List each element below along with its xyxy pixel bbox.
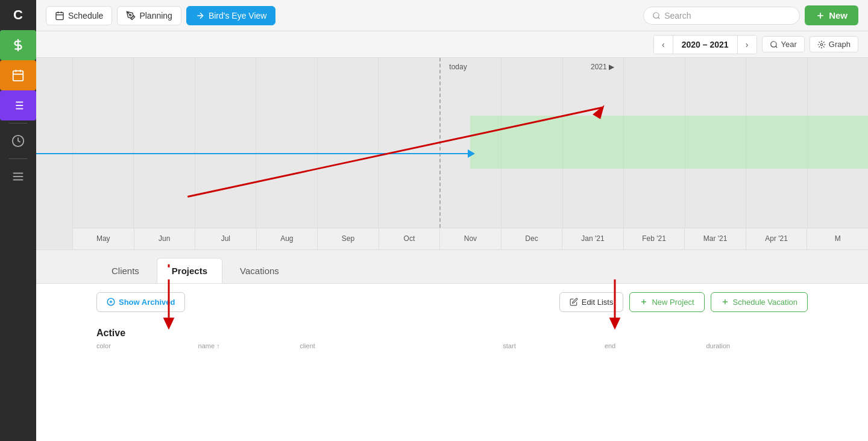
sidebar-divider-2: [9, 158, 27, 159]
today-label: today: [449, 63, 467, 71]
sidebar-item-billing[interactable]: [0, 30, 36, 60]
schedule-vacation-button[interactable]: Schedule Vacation: [711, 292, 808, 312]
svg-line-25: [775, 46, 777, 48]
svg-line-21: [658, 17, 660, 19]
month-dec: Dec: [501, 228, 562, 249]
month-sep: Sep: [317, 228, 379, 249]
planning-nav-btn[interactable]: Planning: [117, 6, 181, 25]
bottom-section: Clients Projects Vacations Show Archived: [36, 249, 868, 442]
grid-cell: [195, 58, 256, 228]
sidebar: C: [0, 0, 36, 441]
sidebar-divider: [9, 123, 27, 124]
month-feb21: Feb '21: [623, 228, 685, 249]
table-header: Active color name ↑ client start end dur…: [36, 321, 868, 352]
timeline-header: ‹ 2020 – 2021 › Year Graph: [36, 31, 868, 58]
month-jul: Jul: [195, 228, 256, 249]
month-apr21: Apr '21: [746, 228, 807, 249]
month-mar21: Mar '21: [684, 228, 746, 249]
tab-clients[interactable]: Clients: [96, 258, 154, 283]
action-bar: Show Archived Edit Lists New Project: [36, 284, 868, 321]
months-row: May Jun Jul Aug Sep Oct Nov Dec Jan '21 …: [72, 228, 868, 249]
svg-point-24: [770, 41, 776, 46]
col-end: end: [605, 342, 706, 349]
tabs-row: Clients Projects Vacations: [36, 250, 868, 284]
col-color: color: [96, 342, 198, 349]
new-project-button[interactable]: New Project: [629, 292, 704, 312]
svg-point-26: [820, 43, 823, 46]
grid-cell: [133, 58, 194, 228]
graph-view-btn[interactable]: Graph: [810, 36, 858, 52]
table-title: Active: [96, 328, 808, 339]
birds-eye-nav-btn[interactable]: Bird's Eye View: [186, 6, 276, 25]
svg-rect-1: [13, 71, 24, 81]
year-navigation: ‹ 2020 – 2021 ›: [653, 35, 757, 54]
schedule-nav-btn[interactable]: Schedule: [46, 6, 112, 25]
month-m: M: [807, 228, 868, 249]
show-archived-button[interactable]: Show Archived: [96, 292, 185, 312]
month-may: May: [72, 228, 134, 249]
svg-rect-15: [56, 12, 63, 19]
top-nav: Schedule Planning Bird's Eye View Sear: [36, 0, 868, 31]
col-name: name ↑: [198, 342, 300, 349]
main-content: Schedule Planning Bird's Eye View Sear: [36, 0, 868, 441]
future-band: [470, 116, 868, 169]
sidebar-item-schedule[interactable]: [0, 60, 36, 90]
month-jun: Jun: [134, 228, 195, 249]
edit-lists-button[interactable]: Edit Lists: [559, 292, 624, 312]
table-columns: color name ↑ client start end duration: [96, 342, 808, 349]
new-button[interactable]: New: [805, 5, 858, 25]
sidebar-logo[interactable]: C: [0, 0, 36, 30]
grid-cell: [256, 58, 316, 228]
sidebar-item-projects[interactable]: [0, 90, 36, 120]
svg-point-20: [653, 12, 659, 17]
year-view-btn[interactable]: Year: [762, 36, 805, 52]
month-jan21: Jan '21: [562, 228, 623, 249]
next-year-btn[interactable]: ›: [737, 36, 756, 54]
grid-cell: [317, 58, 378, 228]
month-nov: Nov: [439, 228, 501, 249]
today-line: [36, 153, 470, 154]
svg-point-19: [130, 14, 131, 16]
prev-year-btn[interactable]: ‹: [654, 36, 673, 54]
grid-cell: [72, 58, 133, 228]
sidebar-item-time-tracking[interactable]: [0, 126, 36, 156]
col-duration: duration: [706, 342, 808, 349]
col-start: start: [503, 342, 605, 349]
today-arrow-head: [468, 149, 475, 158]
col-client: client: [300, 342, 503, 349]
year-2021-label: 2021 ▶: [591, 63, 614, 71]
tab-projects[interactable]: Projects: [157, 258, 222, 283]
month-oct: Oct: [379, 228, 440, 249]
month-aug: Aug: [256, 228, 318, 249]
grid-cell: [378, 58, 439, 228]
search-input[interactable]: Search: [643, 7, 800, 25]
sidebar-item-menu[interactable]: [0, 161, 36, 192]
tab-vacations[interactable]: Vacations: [225, 258, 294, 283]
timeline-area: today 2021 ▶ May Jun Jul Aug Sep: [36, 58, 868, 249]
